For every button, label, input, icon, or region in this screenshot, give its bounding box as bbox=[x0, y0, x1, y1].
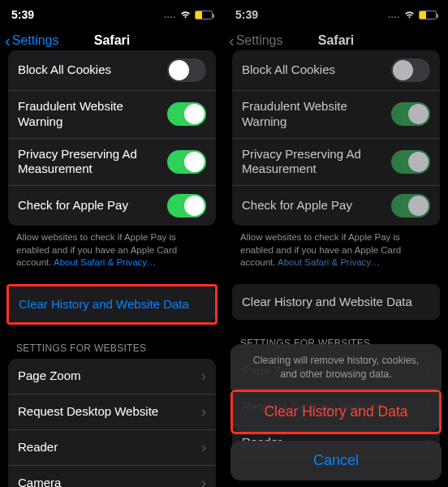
toggle-ppam[interactable] bbox=[167, 150, 206, 174]
nav-title: Safari bbox=[318, 33, 354, 48]
row-desktop[interactable]: Request Desktop Website› bbox=[8, 394, 216, 430]
row-reader[interactable]: Reader› bbox=[8, 430, 216, 466]
privacy-group: Block All Cookies Fraudulent Website War… bbox=[8, 50, 216, 226]
back-label: Settings bbox=[12, 33, 59, 48]
nav-title: Safari bbox=[94, 33, 130, 48]
chevron-left-icon: ‹ bbox=[229, 32, 235, 49]
action-sheet: Clearing will remove history, cookies, a… bbox=[224, 344, 448, 487]
privacy-footer: Allow websites to check if Apple Pay is … bbox=[0, 226, 224, 269]
toggle-block-cookies[interactable] bbox=[167, 58, 206, 82]
row-apple-pay: Check for Apple Pay bbox=[232, 186, 440, 226]
status-right: .... bbox=[164, 9, 213, 21]
battery-icon bbox=[419, 11, 437, 19]
status-time: 5:39 bbox=[11, 8, 34, 21]
clear-group: Clear History and Website Data bbox=[232, 284, 440, 320]
toggle-apple-pay bbox=[391, 194, 430, 218]
privacy-footer: Allow websites to check if Apple Pay is … bbox=[224, 226, 448, 269]
chevron-right-icon: › bbox=[201, 403, 206, 420]
cellular-icon: .... bbox=[164, 11, 176, 19]
row-camera[interactable]: Camera› bbox=[8, 466, 216, 487]
toggle-block-cookies bbox=[391, 58, 430, 82]
row-page-zoom[interactable]: Page Zoom› bbox=[8, 359, 216, 394]
back-label: Settings bbox=[236, 33, 283, 48]
toggle-ppam bbox=[391, 150, 430, 174]
clear-history-button: Clear History and Website Data bbox=[232, 284, 440, 320]
row-fraudulent: Fraudulent Website Warning bbox=[232, 91, 440, 139]
highlight-clear: Clear History and Website Data bbox=[6, 284, 218, 325]
websites-header: SETTINGS FOR WEBSITES bbox=[0, 325, 224, 359]
back-button[interactable]: ‹ Settings bbox=[224, 32, 282, 49]
status-bar: 5:39 .... bbox=[0, 0, 224, 24]
status-time: 5:39 bbox=[235, 8, 258, 21]
row-label: Privacy Preserving Ad Measurement bbox=[18, 147, 167, 178]
row-label: Check for Apple Pay bbox=[18, 198, 167, 213]
wifi-icon bbox=[179, 9, 192, 21]
nav-bar: ‹ Settings Safari bbox=[0, 24, 224, 57]
status-bar: 5:39 .... bbox=[224, 0, 448, 24]
chevron-left-icon: ‹ bbox=[5, 32, 11, 49]
toggle-fraudulent[interactable] bbox=[167, 102, 206, 126]
toggle-apple-pay[interactable] bbox=[167, 194, 206, 218]
sheet-message: Clearing will remove history, cookies, a… bbox=[230, 344, 442, 390]
privacy-group: Block All Cookies Fraudulent Website War… bbox=[232, 50, 440, 226]
clear-label: Clear History and Website Data bbox=[19, 297, 189, 311]
row-ppam: Privacy Preserving Ad Measurement bbox=[232, 139, 440, 187]
nav-bar: ‹ Settings Safari bbox=[224, 24, 448, 57]
status-right: .... bbox=[388, 9, 437, 21]
cellular-icon: .... bbox=[388, 11, 400, 19]
chevron-right-icon: › bbox=[201, 475, 206, 487]
left-screenshot: 5:39 .... ‹ Settings Safari Block All Co… bbox=[0, 0, 224, 487]
sheet-cancel-button[interactable]: Cancel bbox=[230, 441, 442, 481]
row-fraudulent[interactable]: Fraudulent Website Warning bbox=[8, 91, 216, 139]
row-apple-pay[interactable]: Check for Apple Pay bbox=[8, 186, 216, 226]
privacy-link[interactable]: About Safari & Privacy… bbox=[54, 257, 157, 267]
row-ppam[interactable]: Privacy Preserving Ad Measurement bbox=[8, 139, 216, 187]
row-label: Block All Cookies bbox=[18, 62, 167, 78]
sheet-clear-button[interactable]: Clear History and Data bbox=[233, 392, 439, 432]
clear-history-button[interactable]: Clear History and Website Data bbox=[9, 287, 215, 322]
back-button[interactable]: ‹ Settings bbox=[0, 32, 58, 49]
chevron-right-icon: › bbox=[201, 439, 206, 456]
privacy-link: About Safari & Privacy… bbox=[278, 257, 381, 267]
right-screenshot: 5:39 .... ‹ Settings Safari Block All Co… bbox=[224, 0, 448, 487]
battery-icon bbox=[195, 11, 213, 19]
wifi-icon bbox=[403, 9, 416, 21]
toggle-fraudulent bbox=[391, 102, 430, 126]
websites-group: Page Zoom› Request Desktop Website› Read… bbox=[8, 359, 216, 487]
chevron-right-icon: › bbox=[201, 368, 206, 385]
highlight-sheet-action: Clear History and Data bbox=[230, 390, 442, 434]
row-label: Fraudulent Website Warning bbox=[18, 99, 167, 130]
